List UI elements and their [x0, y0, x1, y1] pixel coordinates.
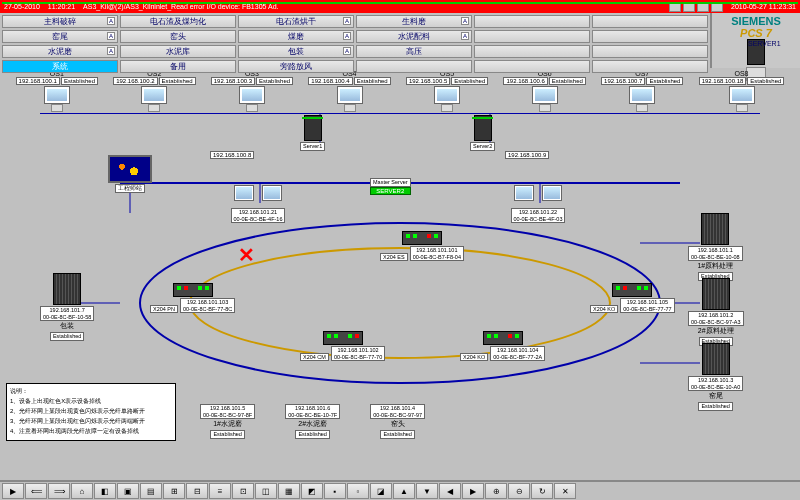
siemens-logo: SIEMENS: [714, 15, 798, 27]
toolbar-button[interactable]: ⊡: [232, 483, 254, 499]
os-station: OS1192.168.100.1Established: [16, 70, 98, 111]
toolbar-button[interactable]: ▼: [416, 483, 438, 499]
toolbar-button[interactable]: ⊖: [508, 483, 530, 499]
toolbar-button[interactable]: ◩: [301, 483, 323, 499]
nav-button[interactable]: 系统: [2, 60, 118, 73]
alarm-text: AS3_Kil@(2)/AS3_Kilninlet_Read error I/O…: [83, 3, 661, 10]
toolbar-button[interactable]: ◪: [370, 483, 392, 499]
server2-label: Server2: [470, 142, 495, 151]
nav-button[interactable]: 电石渣及煤均化: [120, 15, 236, 28]
toolbar-button[interactable]: ⌂: [71, 483, 93, 499]
eng-monitor-icon: [108, 155, 152, 183]
rack-4: 192.168.101.700-0E-8C-BF-10-58 包装Establi…: [40, 273, 94, 341]
ip-s1: 192.168.100.8: [210, 151, 254, 159]
engineer-station: 工程师站: [108, 155, 152, 193]
toolbar-button[interactable]: ◀: [439, 483, 461, 499]
nav-button[interactable]: 窑头: [120, 30, 236, 43]
pc22: 192.168.101.2200-0E-8C-BE-4F-03: [510, 185, 566, 223]
toolbar-button[interactable]: ▶: [462, 483, 484, 499]
switch-es: X204 ES 192.168.101.10100-0E-8C-B7-F8-04: [380, 231, 464, 261]
btm-2: 192.168.101.600-0E-8C-BE-10-7F2#水泥磨Estab…: [285, 403, 340, 439]
switch-ko: X204 KO 192.168.101.10400-0E-8C-BF-77-2A: [460, 331, 545, 361]
os-row: OS1192.168.100.1EstablishedOS2192.168.10…: [0, 68, 800, 113]
toolbar-button[interactable]: ◫: [255, 483, 277, 499]
pc21: 192.168.101.2100-0E-8C-BE-4F-16: [230, 185, 286, 223]
nav-button[interactable]: [474, 45, 590, 58]
toolbar-button[interactable]: ▫: [347, 483, 369, 499]
rack-1: 192.168.101.100-0E-8C-BE-10-08 1#原料处理Est…: [688, 213, 743, 281]
nav-button[interactable]: 水泥磨A: [2, 45, 118, 58]
toolbar-button[interactable]: ▶: [2, 483, 24, 499]
os-station: OS6192.168.100.6Established: [503, 70, 585, 111]
toolbar-button[interactable]: ▲: [393, 483, 415, 499]
network-diagram: Server1 Server2 工程师站 192.168.100.8 192.1…: [0, 113, 800, 443]
os-station: OS3192.168.100.3Established: [211, 70, 293, 111]
nav-button[interactable]: 主料破碎A: [2, 15, 118, 28]
os-station: OS8192.168.100.18Established: [699, 70, 785, 111]
nav-button[interactable]: 煤磨A: [238, 30, 354, 43]
nav-button[interactable]: [474, 60, 590, 73]
timestamp: 2010-05-27 11:23:31: [731, 3, 796, 10]
server1-label: Server1: [300, 142, 325, 151]
btm-1: 192.168.101.500-0E-8C-BC-97-8F1#水泥磨Estab…: [200, 403, 255, 439]
pcs7-logo: PCS 7: [714, 27, 798, 39]
nav-button[interactable]: 电石渣烘干A: [238, 15, 354, 28]
os-station: OS2192.168.100.2Established: [113, 70, 195, 111]
nav-button[interactable]: 水泥库: [120, 45, 236, 58]
os-station: OS7192.168.100.7Established: [601, 70, 683, 111]
server-label: SERVER1: [747, 39, 765, 65]
toolbar-button[interactable]: ⊞: [163, 483, 185, 499]
eng-label: 工程师站: [115, 184, 145, 193]
nav-button[interactable]: [474, 30, 590, 43]
nav-button[interactable]: [356, 60, 472, 73]
server2-node: Server2: [470, 115, 495, 151]
date: 27-05-2010: [4, 3, 40, 10]
nav-button[interactable]: [592, 15, 708, 28]
server-icon: [474, 115, 492, 141]
btm-3: 192.168.101.400-0E-8C-BC-97-97窑头Establis…: [370, 403, 425, 439]
toolbar-button[interactable]: ◧: [94, 483, 116, 499]
switch-ko-r: X204 KO 192.168.101.10500-0E-8C-BF-77-77: [590, 283, 675, 313]
master-server: Master Server SERVER2: [370, 177, 411, 195]
nav-button[interactable]: 生料磨A: [356, 15, 472, 28]
toolbar-button[interactable]: ▤: [140, 483, 162, 499]
toolbar-button[interactable]: ⊟: [186, 483, 208, 499]
toolbar-button[interactable]: ⟹: [48, 483, 70, 499]
ip-s2: 192.168.100.9: [505, 151, 549, 159]
rack-2: 192.168.101.200-0E-8C-BC-97-A3 2#原料处理Est…: [688, 278, 744, 346]
server1-node: Server1: [300, 115, 325, 151]
legend-box: 说明： 1、设备上出现红色X表示设备掉线 2、光纤环网上某段出现黄色闪烁表示光纤…: [6, 383, 176, 441]
rack-3: 192.168.101.300-0E-8C-BE-10-A0 窑尾Establi…: [688, 343, 743, 411]
toolbar-button[interactable]: ▪: [324, 483, 346, 499]
switch-cm: X204 CM 192.168.101.10200-0E-8C-BF-77-70: [300, 331, 385, 361]
nav-button[interactable]: 旁路放风: [238, 60, 354, 73]
time: 11:20:21: [48, 3, 75, 10]
os-station: OS5192.168.100.5Established: [406, 70, 488, 111]
master-badge: SERVER2: [370, 187, 411, 195]
nav-button[interactable]: 包装A: [238, 45, 354, 58]
nav-button[interactable]: 高压: [356, 45, 472, 58]
nav-button[interactable]: [592, 30, 708, 43]
toolbar-button[interactable]: ↻: [531, 483, 553, 499]
nav-button[interactable]: 窑尾A: [2, 30, 118, 43]
switch-pn: X204 PN 192.168.101.10300-0E-8C-BF-77-8C: [150, 283, 235, 313]
toolbar-button[interactable]: ⊕: [485, 483, 507, 499]
nav-button[interactable]: [592, 60, 708, 73]
nav-button[interactable]: [592, 45, 708, 58]
toolbar-button[interactable]: ▣: [117, 483, 139, 499]
nav-grid: 主料破碎A电石渣及煤均化电石渣烘干A生料磨A窑尾A窑头煤磨A水泥配料A水泥磨A水…: [0, 13, 710, 68]
os-station: OS4192.168.100.4Established: [308, 70, 390, 111]
nav-button[interactable]: 备用: [120, 60, 236, 73]
nav-button[interactable]: 水泥配料A: [356, 30, 472, 43]
toolbar-button[interactable]: ≡: [209, 483, 231, 499]
server-icon: [304, 115, 322, 141]
toolbar-button[interactable]: ▦: [278, 483, 300, 499]
fault-x-icon: ✕: [238, 243, 255, 267]
bottom-nodes: 192.168.101.500-0E-8C-BC-97-8F1#水泥磨Estab…: [200, 403, 425, 439]
toolbar-button[interactable]: ⟸: [25, 483, 47, 499]
bottom-toolbar: ▶⟸⟹⌂◧▣▤⊞⊟≡⊡◫▦◩▪▫◪▲▼◀▶⊕⊖↻✕: [0, 480, 800, 500]
nav-button[interactable]: [474, 15, 590, 28]
toolbar-button[interactable]: ✕: [554, 483, 576, 499]
brand-panel: SIEMENS PCS 7 SERVER1: [710, 13, 800, 68]
